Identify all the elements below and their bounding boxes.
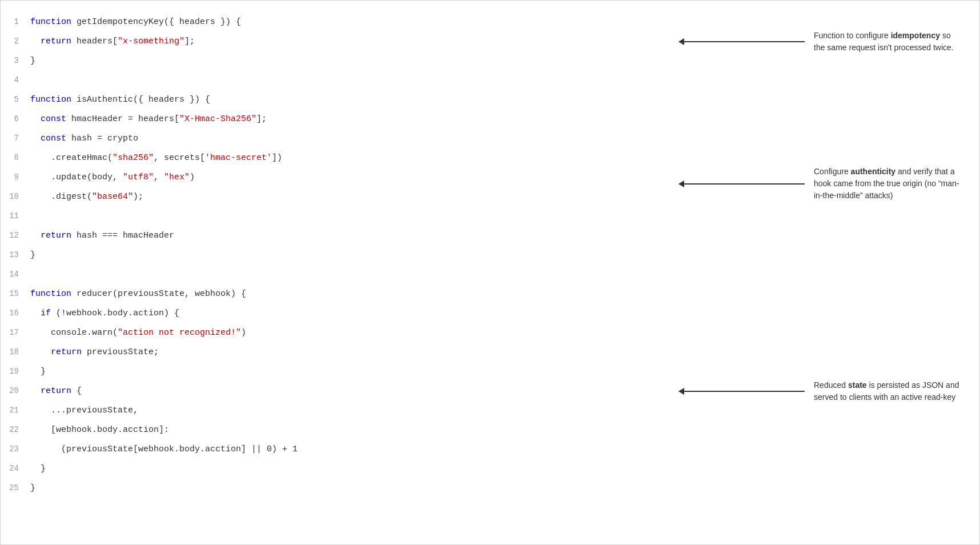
plain-token [30, 231, 41, 241]
code-content: return { [30, 382, 82, 401]
code-content: .update(body, "utf8", "hex") [30, 168, 195, 187]
plain-token: reducer(previousState, webhook) { [77, 289, 246, 299]
line-number: 23 [6, 439, 30, 459]
line-number: 2 [6, 31, 30, 51]
plain-token [30, 308, 41, 318]
plain-token [30, 386, 41, 396]
keyword-token: if [41, 308, 56, 318]
string-token: "base64" [92, 192, 133, 202]
code-line: 20 return { [1, 381, 469, 400]
plain-token: .update(body, [30, 173, 123, 182]
plain-token: hash = crypto [71, 134, 138, 143]
plain-token: 1 [292, 444, 298, 454]
code-line: 21 ...previousState, [1, 400, 469, 420]
code-content: } [30, 479, 35, 498]
plain-token [30, 347, 51, 357]
plain-token: ) [241, 328, 246, 338]
annotation-arrow [679, 41, 805, 42]
code-content: return headers["x-something"]; [30, 32, 195, 51]
line-number: 17 [6, 323, 30, 342]
line-number: 20 [6, 381, 30, 400]
plain-token [30, 37, 41, 46]
code-content: const hmacHeader = headers["X-Hmac-Sha25… [30, 110, 267, 129]
code-line: 10 .digest("base64"); [1, 187, 469, 206]
code-content: .digest("base64"); [30, 187, 143, 207]
keyword-token: function [30, 17, 77, 27]
keyword-token: return [41, 37, 77, 46]
string-token: "utf8" [123, 173, 154, 182]
line-number: 11 [6, 206, 30, 226]
string-token: "x-something" [118, 37, 184, 46]
line-number: 10 [6, 187, 30, 206]
code-content: } [30, 51, 35, 71]
plain-token: isAuthentic({ headers }) { [77, 95, 210, 105]
plain-token: [webhook.body.acction]: [30, 425, 169, 435]
code-line: 14 [1, 265, 469, 284]
line-number: 19 [6, 362, 30, 381]
line-number: 21 [6, 400, 30, 420]
code-content: return hash === hmacHeader [30, 226, 174, 246]
keyword-token: const [41, 134, 71, 143]
code-content: } [30, 459, 46, 479]
line-number: 6 [6, 109, 30, 129]
code-line: 7 const hash = crypto [1, 129, 469, 148]
code-line: 23 (previousState[webhook.body.acction] … [1, 439, 469, 459]
keyword-token: const [41, 114, 71, 124]
plain-token [30, 114, 41, 124]
plain-token: , [154, 173, 164, 182]
plain-token: console.warn( [30, 328, 118, 338]
code-line: 17 console.warn("action not recognized!"… [1, 323, 469, 342]
code-line: 5function isAuthentic({ headers }) { [1, 90, 469, 109]
code-content: [webhook.body.acction]: [30, 420, 169, 440]
plain-token: ) + [272, 444, 292, 454]
code-line: 24 } [1, 459, 469, 478]
plain-token: } [30, 464, 46, 474]
code-content: return previousState; [30, 343, 159, 362]
plain-token [30, 134, 41, 143]
arrow-line [679, 41, 805, 42]
line-number: 12 [6, 226, 30, 245]
annotation-idempotency: Function to configure idempotency so the… [679, 30, 962, 54]
code-panel: 1function getIdempotencyKey({ headers })… [1, 1, 469, 544]
plain-token: ]; [256, 114, 267, 124]
code-content: console.warn("action not recognized!") [30, 323, 246, 343]
string-token: "hex" [164, 173, 190, 182]
code-line: 6 const hmacHeader = headers["X-Hmac-Sha… [1, 109, 469, 129]
line-number: 22 [6, 420, 30, 439]
annotation-state: Reduced state is persisted as JSON and s… [679, 379, 962, 403]
plain-token: ); [133, 192, 143, 202]
annotation-text: Configure authenticity and verify that a… [814, 166, 962, 202]
keyword-token: function [30, 95, 77, 105]
main-container: 1function getIdempotencyKey({ headers })… [0, 0, 980, 545]
plain-token: hmacHeader = headers[ [71, 114, 179, 124]
code-line: 13} [1, 245, 469, 265]
plain-token: } [30, 56, 35, 66]
arrow-line [679, 391, 805, 392]
annotation-text: Reduced state is persisted as JSON and s… [814, 379, 962, 403]
plain-token: headers[ [77, 37, 118, 46]
plain-token: .digest( [30, 192, 92, 202]
code-line: 19 } [1, 362, 469, 381]
plain-token: } [30, 483, 35, 493]
code-line: 2 return headers["x-something"]; [1, 31, 469, 51]
plain-token: .createHmac( [30, 153, 113, 163]
code-line: 1function getIdempotencyKey({ headers })… [1, 12, 469, 31]
string-token: "sha256" [113, 153, 154, 163]
code-line: 18 return previousState; [1, 342, 469, 362]
code-content: if (!webhook.body.action) { [30, 304, 179, 323]
code-line: 9 .update(body, "utf8", "hex") [1, 167, 469, 187]
code-content: function isAuthentic({ headers }) { [30, 90, 210, 110]
code-line: 3} [1, 51, 469, 70]
line-number: 25 [6, 478, 30, 498]
code-content: function getIdempotencyKey({ headers }) … [30, 13, 241, 32]
line-number: 13 [6, 245, 30, 265]
string-token: 'hmac-secret' [205, 153, 272, 163]
plain-token: previousState; [87, 347, 159, 357]
plain-token: (previousState[webhook.body.acction] || [30, 444, 267, 454]
code-content: (previousState[webhook.body.acction] || … [30, 440, 298, 459]
keyword-token: return [41, 386, 77, 396]
code-line: 22 [webhook.body.acction]: [1, 420, 469, 439]
plain-token: ...previousState, [30, 406, 138, 415]
line-number: 9 [6, 167, 30, 187]
line-number: 7 [6, 129, 30, 148]
